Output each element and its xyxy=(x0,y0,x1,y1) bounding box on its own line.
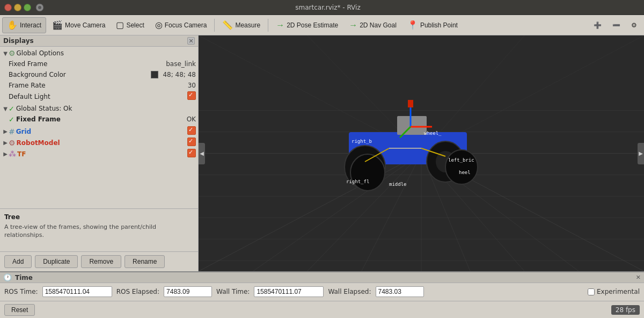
bg-color-label: Background Color xyxy=(9,71,151,78)
panel-buttons: Add Duplicate Remove Rename xyxy=(0,251,198,271)
fixed-frame-row[interactable]: Fixed Frame base_link xyxy=(0,59,198,69)
bg-color-row[interactable]: Background Color 48; 48; 48 xyxy=(0,69,198,80)
rename-button[interactable]: Rename xyxy=(125,255,165,268)
ros-time-input[interactable] xyxy=(42,286,112,297)
focus-camera-button[interactable]: ◎ Focus Camera xyxy=(150,17,212,33)
global-options-label: Global Options xyxy=(17,49,196,57)
titlebar: smartcar.rviz* - RViz xyxy=(0,0,644,15)
focus-camera-icon: ◎ xyxy=(155,20,163,30)
pose-estimate-icon: → xyxy=(276,20,284,30)
wall-time-input[interactable] xyxy=(254,286,324,297)
frame-rate-row[interactable]: Frame Rate 30 xyxy=(0,80,198,91)
svg-rect-24 xyxy=(397,116,427,135)
svg-text:right_b: right_b xyxy=(352,139,372,144)
status-fixed-frame-row[interactable]: ✓ Fixed Frame OK xyxy=(0,114,198,125)
tree-area[interactable]: ▼ ⚙ Global Options Fixed Frame base_link… xyxy=(0,47,198,208)
tf-row[interactable]: ▶ ⁂ TF xyxy=(0,148,198,160)
wall-elapsed-label: Wall Elapsed: xyxy=(328,288,371,295)
grid-arrow[interactable]: ▶ xyxy=(2,128,9,134)
select-button[interactable]: ▢ Select xyxy=(111,17,149,33)
pose-estimate-label: 2D Pose Estimate xyxy=(287,21,338,29)
global-status-row[interactable]: ▼ ✓ Global Status: Ok xyxy=(0,103,198,114)
description-text: A tree-view of the frames, showing the p… xyxy=(4,223,194,240)
interact-button[interactable]: ✋ Interact xyxy=(2,17,46,33)
tf-checkbox[interactable] xyxy=(187,149,196,157)
global-status-label: Global Status: Ok xyxy=(16,105,196,112)
default-light-label: Default Light xyxy=(9,93,185,100)
tf-arrow[interactable]: ▶ xyxy=(2,151,9,157)
fixed-frame-value: base_link xyxy=(166,60,196,68)
gear-icon: ⚙ xyxy=(9,49,16,57)
svg-text:middle: middle xyxy=(389,182,407,187)
fps-badge: 28 fps xyxy=(611,305,640,315)
toolbar: ✋ Interact 🎬 Move Camera ▢ Select ◎ Focu… xyxy=(0,15,644,35)
displays-close-button[interactable]: ✕ xyxy=(187,37,195,45)
status-ff-value: OK xyxy=(187,115,196,123)
close-button[interactable] xyxy=(4,4,12,11)
toolbar-separator-1 xyxy=(214,19,215,32)
publish-point-label: Publish Point xyxy=(420,21,458,29)
left-panel: Displays ✕ ▼ ⚙ Global Options Fixed Fram… xyxy=(0,35,199,271)
interact-label: Interact xyxy=(20,21,41,29)
viewport[interactable]: right_b wheel_ right_fl middle left_bric… xyxy=(199,35,644,271)
add-button[interactable]: Add xyxy=(4,255,32,268)
toolbar-gear-button[interactable]: ⚙ xyxy=(626,17,642,33)
experimental-checkbox[interactable] xyxy=(588,288,595,295)
tf-label: TF xyxy=(17,150,187,158)
experimental-label: Experimental xyxy=(597,288,640,295)
status-ff-label: Fixed Frame xyxy=(16,115,185,123)
nav-goal-button[interactable]: → 2D Nav Goal xyxy=(344,17,401,33)
move-camera-label: Move Camera xyxy=(65,21,105,29)
svg-text:right_fl: right_fl xyxy=(346,179,369,184)
duplicate-button[interactable]: Duplicate xyxy=(35,255,78,268)
focus-camera-label: Focus Camera xyxy=(165,21,207,29)
frame-rate-label: Frame Rate xyxy=(9,82,186,89)
robot-model-row[interactable]: ▶ ⚙ RobotModel xyxy=(0,137,198,148)
reset-button[interactable]: Reset xyxy=(4,304,35,316)
grid-checkbox[interactable] xyxy=(187,126,196,135)
nav-goal-label: 2D Nav Goal xyxy=(360,21,397,29)
publish-point-button[interactable]: 📍 Publish Point xyxy=(402,17,463,33)
time-close-button[interactable]: ✕ xyxy=(636,274,641,281)
svg-text:wheel_: wheel_ xyxy=(424,131,442,136)
wall-elapsed-input[interactable] xyxy=(376,286,424,297)
global-status-arrow[interactable]: ▼ xyxy=(2,106,9,112)
robot-model-checkbox[interactable] xyxy=(187,138,196,146)
measure-label: Measure xyxy=(235,21,260,29)
nav-goal-icon: → xyxy=(349,20,357,30)
ros-time-label: ROS Time: xyxy=(4,288,38,295)
time-header-left: 🕐 Time xyxy=(3,273,33,281)
fixed-frame-label: Fixed Frame xyxy=(9,60,164,68)
robot-model-arrow[interactable]: ▶ xyxy=(2,140,9,146)
toolbar-dash-button[interactable]: ➖ xyxy=(608,17,625,33)
svg-point-30 xyxy=(445,150,478,184)
publish-point-icon: 📍 xyxy=(407,20,418,30)
grid-label: Grid xyxy=(16,128,187,135)
select-label: Select xyxy=(126,21,144,29)
robot-model-icon: ⚙ xyxy=(9,139,16,147)
add-display-button[interactable]: ➕ xyxy=(589,17,606,33)
global-options-arrow[interactable]: ▼ xyxy=(2,50,9,56)
time-title: Time xyxy=(15,274,33,281)
plus-icon: ➕ xyxy=(594,21,602,29)
robot-model-svg: right_b wheel_ right_fl middle left_bric… xyxy=(306,78,521,240)
ros-elapsed-label: ROS Elapsed: xyxy=(116,288,159,295)
global-options-row[interactable]: ▼ ⚙ Global Options xyxy=(0,48,198,59)
default-light-row[interactable]: Default Light xyxy=(0,91,198,102)
pose-estimate-button[interactable]: → 2D Pose Estimate xyxy=(271,17,343,33)
bottom-bar: Reset 28 fps xyxy=(0,301,644,318)
time-bar: 🕐 Time ✕ ROS Time: ROS Elapsed: Wall Tim… xyxy=(0,271,644,301)
grid-row[interactable]: ▶ # Grid xyxy=(0,126,198,137)
measure-icon: 📏 xyxy=(222,20,233,30)
measure-button[interactable]: 📏 Measure xyxy=(217,17,265,33)
displays-title: Displays xyxy=(3,37,34,45)
select-icon: ▢ xyxy=(116,20,124,30)
move-camera-icon: 🎬 xyxy=(52,20,63,30)
move-camera-button[interactable]: 🎬 Move Camera xyxy=(47,17,110,33)
toolbar-separator-2 xyxy=(268,19,268,32)
remove-button[interactable]: Remove xyxy=(81,255,121,268)
ros-elapsed-input[interactable] xyxy=(164,286,212,297)
panel-collapse-arrow[interactable]: ◀ xyxy=(199,143,205,164)
default-light-checkbox[interactable] xyxy=(187,91,196,100)
right-collapse-arrow[interactable]: ▶ xyxy=(638,143,644,164)
